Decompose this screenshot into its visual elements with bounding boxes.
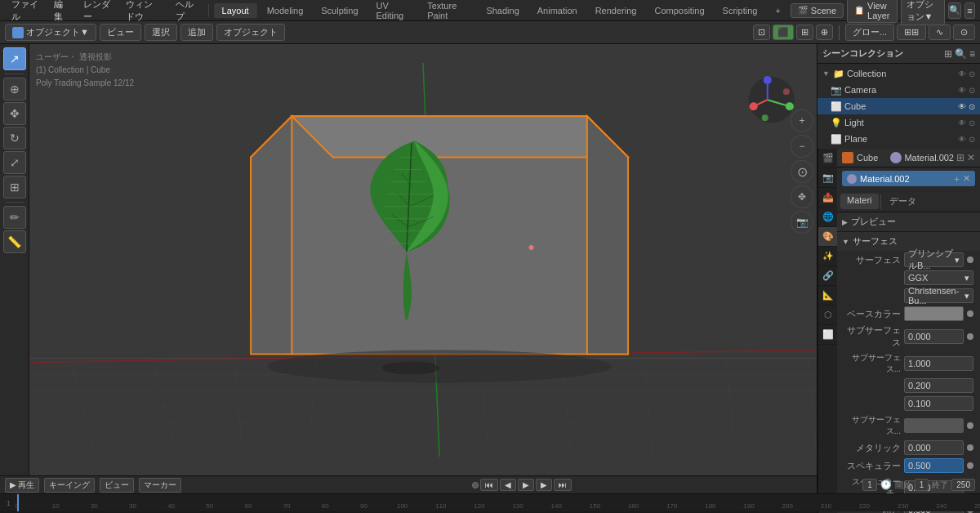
tree-restrict-light[interactable]: ⊙ bbox=[969, 118, 975, 127]
prop-icon-constraints[interactable]: 📐 bbox=[818, 286, 838, 306]
ss-radius1-value[interactable]: 1.000 bbox=[904, 356, 973, 371]
prop-icon-physics[interactable]: 🔗 bbox=[818, 266, 838, 286]
view-layer-selector[interactable]: 📋 View Layer bbox=[847, 0, 898, 23]
distribution-dropdown[interactable]: GGX ▾ bbox=[904, 270, 973, 285]
transform-btn[interactable]: ⊞⊞ bbox=[897, 25, 926, 40]
base-color-picker[interactable] bbox=[904, 306, 964, 321]
tab-scripting[interactable]: Scripting bbox=[715, 3, 766, 18]
subsurface-value[interactable]: 0.000 bbox=[904, 329, 964, 344]
marker-btn[interactable]: マーカー bbox=[139, 478, 181, 493]
prop-icon-render[interactable]: 📷 bbox=[818, 168, 838, 188]
scene-selector[interactable]: 🎬 Scene bbox=[791, 3, 844, 18]
ss-radius2-value[interactable]: 0.200 bbox=[904, 378, 973, 393]
menu-window[interactable]: ウィンドウ bbox=[119, 0, 167, 25]
tab-sculpting[interactable]: Sculpting bbox=[313, 3, 366, 18]
prop-icon-object-data[interactable]: ⬡ bbox=[818, 306, 838, 325]
add-btn[interactable]: 追加 bbox=[180, 24, 213, 41]
annotate-tool[interactable]: ✏ bbox=[3, 206, 26, 229]
transform-tool[interactable]: ⊞ bbox=[3, 176, 26, 199]
specular-value[interactable]: 0.500 bbox=[904, 458, 964, 473]
mat-item-del-btn[interactable]: ✕ bbox=[963, 173, 970, 184]
options-btn[interactable]: オプション▼ bbox=[901, 0, 945, 25]
prop-icon-material[interactable]: 🎨 bbox=[818, 227, 838, 247]
object-btn[interactable]: オブジェクト bbox=[216, 24, 285, 41]
view-btn[interactable]: ビュー bbox=[100, 24, 141, 41]
ss-color-picker[interactable] bbox=[904, 418, 964, 433]
mat-item-new-btn[interactable]: + bbox=[955, 174, 960, 184]
prop-icon-output[interactable]: 📤 bbox=[818, 188, 838, 207]
keying-btn[interactable]: キーイング bbox=[44, 478, 95, 493]
tree-restrict-camera[interactable]: ⊙ bbox=[969, 86, 975, 95]
metallic-value[interactable]: 0.000 bbox=[904, 440, 964, 455]
jump-start-btn[interactable]: ⏮ bbox=[480, 479, 498, 491]
camera-btn[interactable]: 📷 bbox=[791, 211, 813, 234]
tree-item-light[interactable]: 💡 Light 👁 ⊙ bbox=[817, 114, 980, 131]
mat-close-btn[interactable]: ✕ bbox=[967, 152, 975, 163]
zoom-in-btn[interactable]: + bbox=[791, 109, 813, 132]
wireframe-btn[interactable]: ⊡ bbox=[753, 25, 770, 40]
solid-btn[interactable]: ⬛ bbox=[773, 25, 794, 40]
tree-item-plane[interactable]: ⬜ Plane 👁 ⊙ bbox=[817, 131, 980, 147]
view-timeline-btn[interactable]: ビュー bbox=[100, 478, 134, 493]
rotate-tool[interactable]: ↻ bbox=[3, 127, 26, 149]
rendered-btn[interactable]: ⊕ bbox=[816, 25, 833, 40]
record-btn[interactable] bbox=[472, 482, 479, 488]
tree-eye-collection[interactable]: 👁 bbox=[958, 69, 966, 78]
cursor-tool[interactable]: ⊕ bbox=[3, 78, 26, 100]
play-btn[interactable]: ▶ 再生 bbox=[5, 478, 39, 493]
menu-render[interactable]: レンダー bbox=[77, 0, 118, 25]
prop-icon-particles[interactable]: ✨ bbox=[818, 247, 838, 266]
frame-track[interactable]: 0102030405060708090100110120130140150160… bbox=[17, 494, 980, 511]
outliner-search-btn[interactable]: 🔍 bbox=[955, 48, 967, 60]
mode-selector[interactable]: オブジェクト▼ bbox=[5, 24, 96, 41]
measure-tool[interactable]: 📏 bbox=[3, 230, 26, 253]
orbit-btn[interactable]: ⊙ bbox=[791, 160, 813, 183]
end-frame-input[interactable]: 250 bbox=[951, 479, 975, 491]
tree-item-cube[interactable]: ⬜ Cube 👁 ⊙ bbox=[817, 98, 980, 114]
menu-help[interactable]: ヘルプ bbox=[169, 0, 203, 25]
tab-animation[interactable]: Animation bbox=[529, 3, 586, 18]
select-tool[interactable]: ↗ bbox=[3, 47, 26, 70]
scale-tool[interactable]: ⤢ bbox=[3, 151, 26, 174]
proportional-btn[interactable]: ⊙ bbox=[953, 25, 975, 40]
zoom-out-btn[interactable]: − bbox=[791, 135, 813, 158]
tab-compositing[interactable]: Compositing bbox=[646, 3, 712, 18]
select-btn[interactable]: 選択 bbox=[145, 24, 177, 41]
material-item[interactable]: Material.002 + ✕ bbox=[842, 171, 975, 186]
surface-dropdown[interactable]: プリンシプルB... ▾ bbox=[904, 252, 964, 267]
tree-item-camera[interactable]: 📷 Camera 👁 ⊙ bbox=[817, 82, 980, 98]
next-key-btn[interactable]: ▶ bbox=[536, 479, 552, 491]
tree-eye-light[interactable]: 👁 bbox=[958, 118, 966, 127]
tab-rendering[interactable]: Rendering bbox=[587, 3, 645, 18]
prev-key-btn[interactable]: ◀ bbox=[500, 479, 516, 491]
tree-restrict-cube[interactable]: ⊙ bbox=[969, 102, 975, 111]
tree-restrict-plane[interactable]: ⊙ bbox=[969, 135, 975, 144]
tree-eye-camera[interactable]: 👁 bbox=[958, 86, 966, 95]
filter-btn[interactable]: ≡ bbox=[964, 2, 975, 19]
tab-shading[interactable]: Shading bbox=[478, 3, 527, 18]
search-btn[interactable]: 🔍 bbox=[948, 2, 961, 19]
prop-icon-view-layer[interactable]: 🌐 bbox=[818, 207, 838, 227]
current-frame-input[interactable]: 1 bbox=[862, 479, 877, 491]
menu-file[interactable]: ファイル bbox=[5, 0, 46, 25]
tab-data[interactable]: データ bbox=[883, 194, 923, 209]
subsurface-method-dropdown[interactable]: Christensen-Bu... ▾ bbox=[904, 288, 973, 303]
outliner-settings-btn[interactable]: ≡ bbox=[969, 48, 975, 60]
mat-browse-btn[interactable]: ⊞ bbox=[956, 152, 964, 163]
glow-btn[interactable]: グロー... bbox=[845, 24, 894, 41]
move-tool[interactable]: ✥ bbox=[3, 102, 26, 125]
tree-restrict-collection[interactable]: ⊙ bbox=[969, 69, 975, 78]
tab-modeling[interactable]: Modeling bbox=[259, 3, 312, 18]
play-pause-btn[interactable]: ▶ bbox=[518, 479, 534, 491]
tab-layout[interactable]: Layout bbox=[214, 3, 257, 18]
tab-texture-paint[interactable]: Texture Paint bbox=[419, 0, 476, 23]
tree-eye-cube[interactable]: 👁 bbox=[958, 102, 966, 111]
tree-eye-plane[interactable]: 👁 bbox=[958, 135, 966, 144]
prop-icon-object[interactable]: ⬜ bbox=[818, 325, 838, 345]
tab-plus[interactable]: + bbox=[767, 3, 788, 18]
ss-radius3-value[interactable]: 0.100 bbox=[904, 396, 973, 411]
viewport[interactable]: ユーザー・ 透視投影 (1) Collection | Cube Poly Tr… bbox=[29, 44, 817, 475]
pan-btn[interactable]: ✥ bbox=[791, 185, 813, 208]
outliner-filter-btn[interactable]: ⊞ bbox=[944, 48, 952, 60]
jump-end-btn[interactable]: ⏭ bbox=[554, 479, 572, 491]
